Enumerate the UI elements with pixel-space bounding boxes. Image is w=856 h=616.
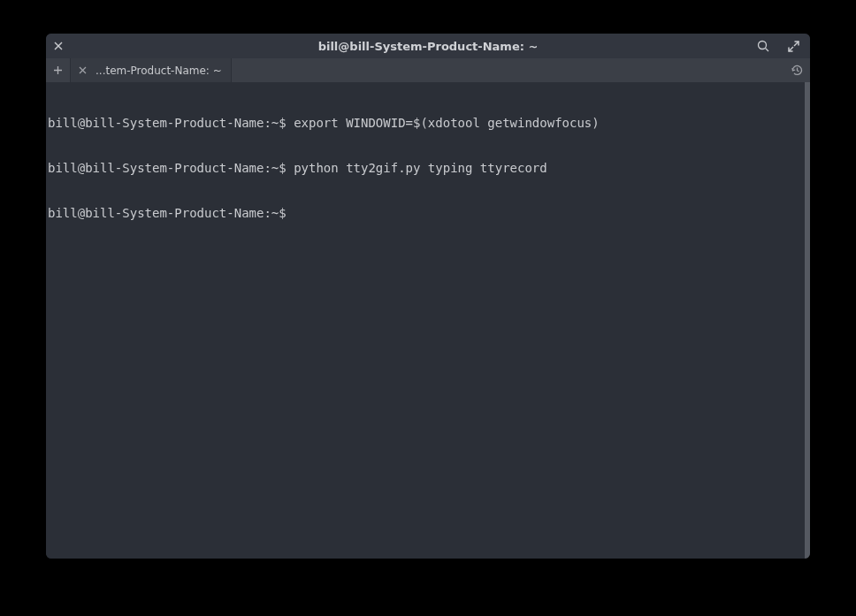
search-button[interactable]: [752, 34, 775, 57]
command-text: python tty2gif.py typing ttyrecord: [287, 161, 547, 175]
titlebar: bill@bill-System-Product-Name: ~: [46, 34, 810, 58]
plus-icon: [53, 65, 63, 75]
window-title: bill@bill-System-Product-Name: ~: [46, 40, 810, 53]
new-tab-button[interactable]: [46, 58, 71, 82]
svg-point-2: [758, 41, 766, 49]
terminal-body[interactable]: bill@bill-System-Product-Name:~$ export …: [46, 82, 810, 559]
tab-label: ...tem-Product-Name: ~: [96, 65, 222, 77]
close-icon: [54, 42, 63, 50]
history-icon: [791, 64, 804, 77]
search-icon: [757, 40, 770, 53]
scrollbar[interactable]: [805, 82, 810, 559]
terminal-line: bill@bill-System-Product-Name:~$ python …: [48, 161, 808, 176]
tab-close-button[interactable]: [76, 66, 88, 74]
terminal-line: bill@bill-System-Product-Name:~$: [48, 206, 808, 221]
tab-terminal-1[interactable]: ...tem-Product-Name: ~: [71, 58, 232, 82]
history-button[interactable]: [783, 58, 810, 82]
command-text: export WINDOWID=$(xdotool getwindowfocus…: [287, 116, 600, 130]
fullscreen-icon: [788, 41, 799, 52]
terminal-line: bill@bill-System-Product-Name:~$ export …: [48, 116, 808, 131]
prompt: bill@bill-System-Product-Name:~$: [48, 116, 287, 130]
prompt: bill@bill-System-Product-Name:~$: [48, 161, 287, 175]
tabbar: ...tem-Product-Name: ~: [46, 58, 810, 82]
terminal-content: bill@bill-System-Product-Name:~$ export …: [48, 86, 808, 251]
close-button[interactable]: [46, 34, 71, 58]
svg-line-3: [765, 48, 768, 51]
fullscreen-button[interactable]: [782, 34, 805, 57]
terminal-window: bill@bill-System-Product-Name: ~: [46, 34, 810, 559]
prompt: bill@bill-System-Product-Name:~$: [48, 206, 287, 220]
close-icon: [79, 66, 87, 74]
